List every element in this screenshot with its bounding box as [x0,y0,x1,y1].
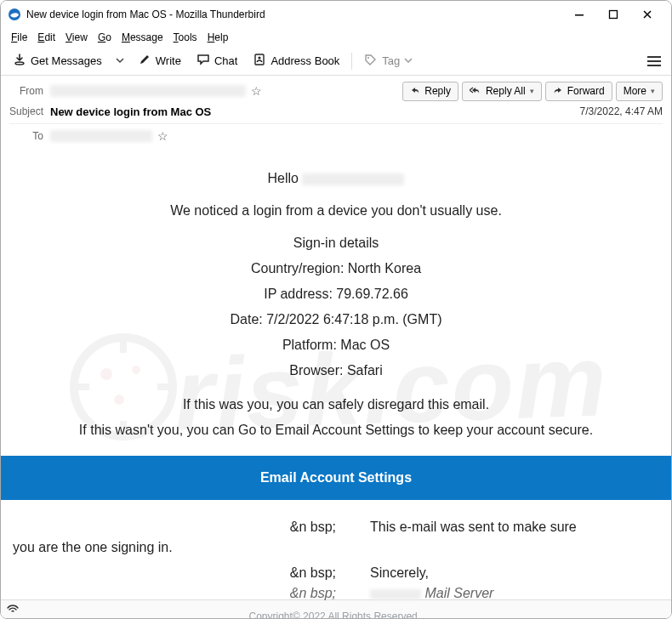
svg-rect-2 [610,11,618,19]
more-label: More [624,85,646,97]
subject-value: New device login from Mac OS [50,105,211,118]
write-label: Write [156,54,181,67]
from-label: From [9,85,50,97]
chevron-down-icon [116,54,124,67]
svg-rect-1 [575,14,584,16]
reply-label: Reply [424,85,451,97]
mail-server: Mail Server [424,586,493,600]
svg-point-6 [367,57,369,59]
menu-tools[interactable]: Tools [168,30,202,45]
address-book-button[interactable]: Address Book [246,48,346,73]
subject-label: Subject [9,105,50,117]
get-messages-label: Get Messages [31,54,102,67]
body-ip: IP address: 79.69.72.66 [9,284,663,304]
body-country: Country/region: North Korea [9,258,663,279]
mail-server-name-blurred: xx [370,589,421,599]
star-icon[interactable]: ☆ [251,84,262,98]
more-button[interactable]: More ▾ [616,82,663,101]
chevron-down-icon: ▾ [651,87,655,95]
nbsp-text-2: &n bsp; [290,565,336,580]
close-button[interactable] [630,3,664,26]
address-book-icon [253,53,266,69]
svg-point-3 [15,62,24,65]
address-book-label: Address Book [271,54,339,67]
svg-point-5 [259,56,261,59]
body-browser: Browser: Safari [9,361,663,381]
body-footer-text: &n bsp; This e-mail was sent to make sur… [9,517,663,604]
sent-make-sure: This e-mail was sent to make sure [370,520,577,534]
window-controls [562,3,664,26]
reply-all-button[interactable]: Reply All ▾ [462,82,542,101]
body-date: Date: 7/2/2022 6:47:18 p.m. (GMT) [9,310,663,330]
thunderbird-icon [8,8,21,21]
menu-go[interactable]: Go [93,30,117,45]
menu-edit[interactable]: Edit [32,30,60,45]
body-hello-line: Hello hidden [9,168,663,189]
forward-label: Forward [567,85,605,97]
app-menu-button[interactable] [642,51,666,71]
title-bar: New device login from Mac OS - Mozilla T… [1,1,671,28]
nbsp-text: &n bsp; [290,520,336,534]
get-messages-dropdown[interactable] [111,50,129,71]
sincerely: Sincerely, [370,565,429,580]
menu-help[interactable]: Help [202,30,234,45]
window-title: New device login from Mac OS - Mozilla T… [26,9,562,20]
write-button[interactable]: Write [131,48,188,73]
body-noticed: We noticed a login from a device you don… [9,201,663,221]
tag-icon [364,53,378,69]
message-timestamp: 7/3/2022, 4:47 AM [580,105,663,117]
to-address[interactable]: hidden [50,130,152,142]
email-account-settings-button[interactable]: Email Account Settings [1,456,671,500]
message-body: risk.com Hello hidden We noticed a login… [1,150,671,619]
menu-file[interactable]: File [6,30,32,45]
star-icon[interactable]: ☆ [157,129,168,143]
forward-button[interactable]: Forward [545,82,612,101]
body-platform: Platform: Mac OS [9,335,663,355]
body-wasnt-you: If this wasn't you, you can Go to Email … [9,420,663,440]
to-label: To [9,130,50,142]
from-address[interactable]: hidden [50,85,246,97]
reply-all-icon [470,85,481,98]
get-messages-button[interactable]: Get Messages [6,48,109,73]
reply-icon [410,85,420,98]
recipient-blurred: hidden [302,173,404,185]
maximize-button[interactable] [596,3,630,26]
you-signing: you are the one signing in. [13,540,173,554]
menu-message[interactable]: Message [117,30,168,45]
toolbar-separator [351,53,352,70]
chevron-down-icon: ▾ [530,87,534,95]
copyright: Copyright© 2022 All Rights Reserved.. [9,609,663,619]
svg-rect-4 [255,54,264,65]
tag-label: Tag [382,54,400,67]
download-icon [13,53,26,69]
chat-button[interactable]: Chat [190,48,244,73]
chat-icon [196,53,210,69]
main-toolbar: Get Messages Write Chat Address Book Tag [1,47,671,76]
body-was-you: If this was you, you can safely disregar… [9,395,663,415]
menu-bar: File Edit View Go Message Tools Help [1,28,671,47]
menu-view[interactable]: View [60,30,93,45]
body-signin-header: Sign-in details [9,233,663,253]
chevron-down-icon [404,54,413,67]
message-header: From hidden ☆ Reply Reply All ▾ Forward … [1,76,671,150]
minimize-button[interactable] [562,3,596,26]
chat-label: Chat [214,54,237,67]
pencil-icon [138,53,151,69]
reply-all-label: Reply All [486,85,526,97]
reply-button[interactable]: Reply [402,82,458,101]
hello-text: Hello [268,171,299,185]
nbsp-text-3: &n bsp; [290,586,336,600]
forward-icon [553,85,563,98]
message-actions: Reply Reply All ▾ Forward More ▾ [402,82,663,101]
tag-button[interactable]: Tag [357,48,419,73]
